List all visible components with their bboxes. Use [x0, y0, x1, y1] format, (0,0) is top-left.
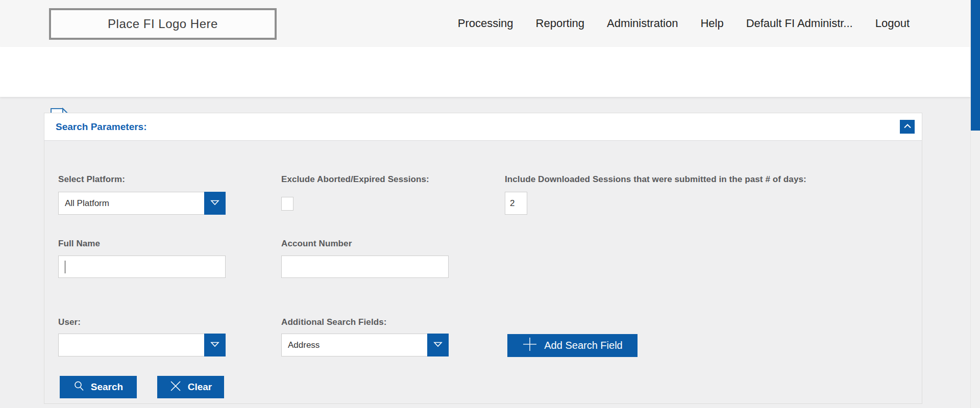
nav-item-administration[interactable]: Administration: [607, 17, 678, 30]
add-search-field-label: Add Search Field: [544, 340, 622, 351]
full-name-input[interactable]: [58, 256, 226, 278]
close-icon: [169, 380, 182, 395]
clear-button[interactable]: Clear: [157, 376, 224, 398]
chevron-down-icon: [433, 341, 443, 349]
search-parameters-panel: Search Parameters: Select Platform: Excl…: [44, 113, 922, 404]
scrollbar-thumb[interactable]: [971, 0, 980, 131]
full-name-label: Full Name: [58, 239, 100, 249]
user-dropdown-button[interactable]: [204, 334, 226, 356]
clear-button-label: Clear: [188, 381, 212, 393]
chevron-down-icon: [210, 199, 219, 207]
fi-logo-placeholder-text: Place FI Logo Here: [108, 17, 218, 31]
additional-search-fields-dropdown-button[interactable]: [427, 334, 449, 356]
search-button-label: Search: [91, 381, 123, 393]
nav-item-logout[interactable]: Logout: [875, 17, 910, 30]
page-header: Remote Signature Status Report Kinective…: [0, 47, 980, 97]
platform-dropdown: [58, 192, 226, 215]
nav-item-help[interactable]: Help: [700, 17, 723, 30]
days-label: Include Downloaded Sessions that were su…: [505, 174, 806, 185]
fi-logo-placeholder: Place FI Logo Here: [49, 8, 277, 40]
account-number-input[interactable]: [281, 256, 449, 278]
text-cursor: [65, 261, 65, 273]
plus-icon: [522, 337, 537, 354]
exclude-sessions-label: Exclude Aborted/Expired Sessions:: [281, 174, 429, 185]
account-number-label: Account Number: [281, 239, 352, 249]
exclude-sessions-checkbox[interactable]: [281, 197, 293, 211]
nav-links: Processing Reporting Administration Help…: [458, 0, 910, 47]
collapse-panel-button[interactable]: [900, 120, 915, 134]
vertical-scrollbar[interactable]: [970, 0, 980, 408]
top-navigation-bar: Place FI Logo Here Processing Reporting …: [0, 0, 980, 47]
nav-item-reporting[interactable]: Reporting: [536, 17, 584, 30]
full-name-field-wrap: [58, 256, 226, 278]
additional-search-fields-value[interactable]: [281, 334, 427, 356]
additional-search-fields-dropdown: [281, 334, 449, 356]
search-icon: [74, 380, 85, 394]
user-label: User:: [58, 317, 81, 327]
panel-header: Search Parameters:: [44, 113, 922, 141]
nav-item-processing[interactable]: Processing: [458, 17, 513, 30]
chevron-down-icon: [210, 341, 219, 349]
platform-dropdown-button[interactable]: [204, 192, 226, 215]
chevron-up-icon: [903, 123, 912, 131]
days-input[interactable]: [505, 192, 527, 215]
user-dropdown: [58, 334, 226, 356]
add-search-field-button[interactable]: Add Search Field: [507, 334, 638, 357]
search-button[interactable]: Search: [60, 376, 137, 398]
select-platform-label: Select Platform:: [58, 174, 125, 185]
user-dropdown-value[interactable]: [58, 334, 204, 356]
platform-dropdown-value[interactable]: [58, 192, 204, 215]
nav-item-current-user[interactable]: Default FI Administr...: [746, 17, 853, 30]
additional-search-fields-label: Additional Search Fields:: [281, 317, 387, 327]
panel-title: Search Parameters:: [56, 113, 147, 140]
